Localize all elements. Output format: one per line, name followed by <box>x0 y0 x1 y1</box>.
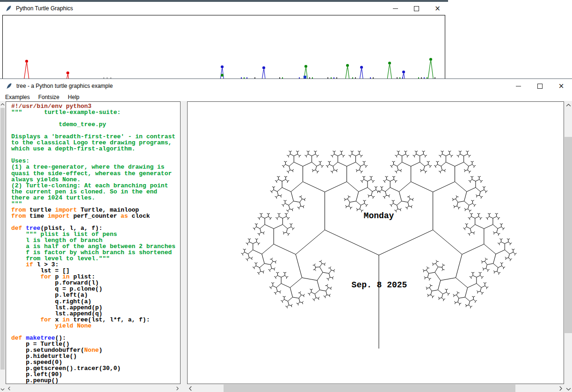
canvas-text-date: Sep. 8 2025 <box>352 280 407 290</box>
code-line: yield None <box>11 323 180 329</box>
turtle-sprout <box>360 66 363 78</box>
minimize-icon <box>393 8 398 9</box>
code-line: there are 1024 turtles. <box>11 195 180 201</box>
titlebar[interactable]: tree - a Python turtle graphics example … <box>0 79 572 93</box>
chevron-down-icon <box>566 388 571 391</box>
source-code-pane[interactable]: #!/usr/bin/env python3""" turtle-example… <box>6 101 181 384</box>
minimize-button[interactable] <box>507 79 529 93</box>
maximize-icon <box>414 6 419 11</box>
bg-titlebar[interactable]: Python Turtle Graphics × <box>0 2 448 15</box>
scrollbar-thumb[interactable] <box>224 385 515 392</box>
code-horizontal-scrollbar[interactable] <box>6 385 181 392</box>
menu-fontsize[interactable]: Fontsize <box>34 93 64 101</box>
turtle-sprout <box>220 65 224 78</box>
window-content: #!/usr/bin/env python3""" turtle-example… <box>0 101 572 392</box>
code-text: #!/usr/bin/env python3""" turtle-example… <box>6 102 180 384</box>
close-icon: × <box>558 83 565 90</box>
turtle-sprout <box>304 65 307 78</box>
turtle-sprout <box>428 58 433 78</box>
scroll-up-button[interactable] <box>0 101 5 107</box>
close-button[interactable]: × <box>550 79 572 93</box>
menu-examples[interactable]: Examples <box>1 93 34 101</box>
scroll-right-button[interactable] <box>174 385 181 392</box>
chevron-up-icon <box>0 103 5 106</box>
scrollbar-thumb[interactable] <box>0 108 5 370</box>
fractal-tree-path <box>241 151 517 349</box>
bg-minimize-button[interactable] <box>385 2 406 15</box>
scroll-down-button[interactable] <box>565 385 572 392</box>
bg-maximize-button[interactable] <box>406 2 427 15</box>
tk-feather-icon <box>5 5 12 12</box>
canvas-vertical-scrollbar[interactable] <box>565 101 572 392</box>
window-title: tree - a Python turtle graphics example <box>16 83 113 89</box>
code-line: tdemo_tree.py <box>11 121 180 128</box>
menu-help[interactable]: Help <box>64 93 84 101</box>
menubar: Examples Fontsize Help <box>0 93 572 101</box>
chevron-down-icon <box>0 388 5 391</box>
chevron-left-icon <box>8 386 10 391</box>
code-line <box>11 152 180 158</box>
window-controls: × <box>507 79 572 93</box>
code-line: which use a depth-first-algorithm. <box>11 146 180 152</box>
scroll-up-button[interactable] <box>565 101 572 108</box>
bg-window-title: Python Turtle Graphics <box>16 5 73 12</box>
canvas-text-weekday: Monday <box>364 211 394 221</box>
chevron-up-icon <box>566 104 571 107</box>
chevron-right-icon <box>176 386 179 391</box>
turtle-sprout <box>346 64 349 78</box>
turtle-sprout <box>387 62 391 78</box>
turtle-sprout <box>24 60 29 79</box>
scroll-left-button[interactable] <box>187 385 194 392</box>
screen: { "background_window": { "title": "Pytho… <box>0 0 572 392</box>
maximize-icon <box>537 84 543 89</box>
turtle-sprout <box>262 66 265 78</box>
fractal-tree-drawing: Monday Sep. 8 2025 <box>188 102 564 384</box>
chevron-left-icon <box>189 386 192 391</box>
close-icon: × <box>434 5 441 12</box>
turtle-sprout <box>402 71 405 78</box>
turtle-canvas[interactable]: Monday Sep. 8 2025 <box>187 101 564 384</box>
scroll-left-button[interactable] <box>6 385 12 392</box>
tree-demo-window: tree - a Python turtle graphics example … <box>0 78 572 392</box>
scroll-right-button[interactable] <box>558 385 564 392</box>
bg-window-controls: × <box>385 2 448 15</box>
canvas-horizontal-scrollbar[interactable] <box>187 385 564 392</box>
code-line: from time import perf_counter as clock <box>11 213 180 219</box>
code-vertical-scrollbar[interactable] <box>0 101 5 392</box>
tk-feather-icon <box>6 83 12 89</box>
minimize-icon <box>516 86 521 86</box>
chevron-right-icon <box>559 386 562 391</box>
maximize-button[interactable] <box>529 79 550 93</box>
bg-close-button[interactable]: × <box>427 2 448 15</box>
scroll-down-button[interactable] <box>0 386 5 392</box>
code-line: """ turtle-example-suite: <box>11 109 180 115</box>
code-line: p.forward(-210) <box>11 384 180 384</box>
scrollbar-thumb[interactable] <box>565 137 572 333</box>
